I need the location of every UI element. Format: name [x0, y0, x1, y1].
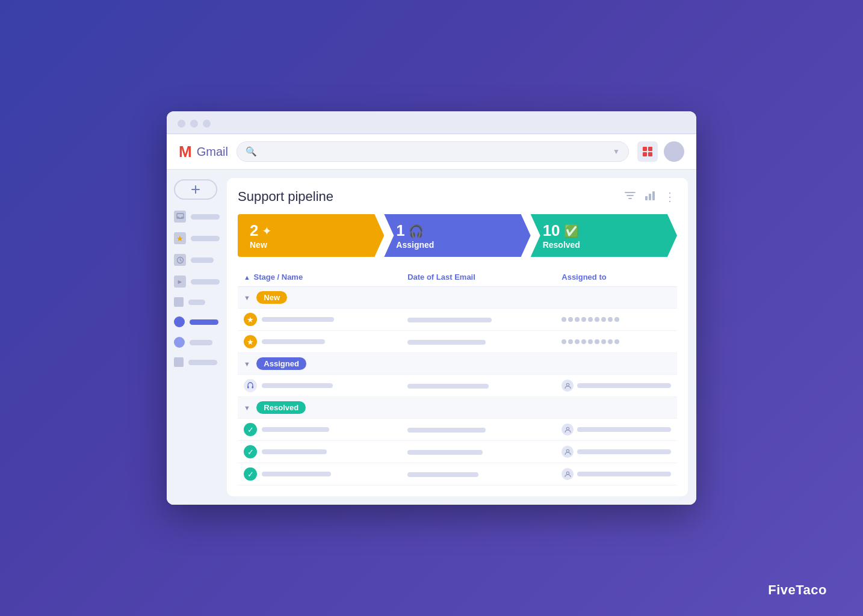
sidebar-item-other[interactable]: [174, 356, 217, 368]
chevron-assigned-icon: ▼: [244, 360, 250, 368]
table-row-assigned[interactable]: [238, 375, 677, 397]
pipeline-header: Support pipeline: [238, 189, 677, 205]
svg-rect-15: [652, 191, 655, 200]
stage-new[interactable]: 2 ✦ New: [238, 214, 384, 257]
row-name-bar-r2: [262, 449, 327, 454]
window-dot-yellow: [190, 120, 198, 128]
assigned-name-bar-r2: [577, 449, 671, 454]
assigned-cell-r3: [561, 468, 671, 480]
stage-assigned-info: 1 🎧 Assigned: [396, 221, 434, 250]
dot-6: [595, 339, 599, 344]
compose-plus-icon: [190, 184, 201, 195]
compose-button[interactable]: [174, 179, 217, 200]
user-icon-r3: [561, 468, 574, 480]
sidebar-item-active2-label: [190, 340, 212, 345]
user-icon: [561, 380, 574, 392]
sidebar-item-sent[interactable]: ►: [174, 274, 220, 289]
stage-resolved-icon: ✅: [564, 224, 579, 238]
row-cell-date-r2: [401, 441, 555, 463]
row-cell-date2: [401, 331, 555, 353]
sidebar-item-drafts[interactable]: [174, 296, 205, 308]
col-stage-name-label: Stage / Name: [254, 273, 303, 282]
table-row[interactable]: ★: [238, 331, 677, 353]
svg-rect-3: [648, 152, 652, 156]
row-cell-user-r3: [555, 463, 677, 485]
avatar[interactable]: [664, 141, 684, 162]
row-date-bar-r3: [407, 472, 478, 477]
col-date-last-email: Date of Last Email: [401, 268, 555, 287]
inbox-icon: [174, 211, 186, 223]
more-icon[interactable]: ⋮: [664, 189, 677, 204]
chevron-new-icon: ▼: [244, 294, 250, 301]
chart-icon[interactable]: [645, 190, 655, 204]
pipeline-title: Support pipeline: [238, 189, 333, 205]
row-cell-stage2: ★: [238, 331, 401, 353]
col-assigned-label: Assigned to: [561, 273, 606, 282]
svg-point-18: [566, 383, 569, 386]
sidebar-item-starred-label: [191, 236, 220, 241]
chevron-resolved-icon: ▼: [244, 404, 250, 411]
grid-icon: [642, 146, 653, 157]
pipeline-area: Support pipeline: [227, 178, 688, 496]
dot-6: [595, 317, 599, 322]
row-date-bar: [407, 318, 492, 322]
dot-group-2: [561, 339, 671, 344]
svg-rect-13: [645, 196, 648, 200]
search-icon: 🔍: [246, 146, 257, 157]
other-icon: [174, 357, 184, 367]
title-bar: [167, 111, 696, 134]
row-cell-date-r1: [401, 419, 555, 441]
grid-icon-button[interactable]: [637, 141, 658, 162]
clock-icon: [174, 254, 186, 266]
dot-3: [575, 317, 580, 322]
sidebar-item-snoozed[interactable]: [174, 253, 214, 267]
table-row-resolved-1[interactable]: ✓: [238, 419, 677, 441]
group-row-new[interactable]: ▼ New: [238, 287, 677, 309]
stage-assigned[interactable]: 1 🎧 Assigned: [384, 214, 530, 257]
sidebar-item-sent-label: [191, 279, 220, 285]
row-name-bar-2: [262, 339, 325, 344]
col-stage-name[interactable]: ▲ Stage / Name: [238, 268, 401, 287]
gmail-app-name: Gmail: [197, 145, 228, 159]
sidebar-item-starred[interactable]: ★: [174, 231, 220, 245]
row-date-bar-2: [407, 340, 486, 345]
row-cell-stage: ★: [238, 309, 401, 331]
stage-assigned-label: Assigned: [396, 240, 434, 250]
header-icons: [637, 141, 684, 162]
table-row[interactable]: ★: [238, 309, 677, 331]
sidebar: ★ ►: [167, 170, 227, 505]
dot-1: [561, 339, 566, 344]
dot-8: [608, 317, 613, 322]
gmail-m-letter: M: [179, 144, 192, 159]
row-name-bar-r1: [262, 427, 329, 432]
sidebar-item-active2[interactable]: [174, 336, 212, 349]
col-date-label: Date of Last Email: [407, 273, 475, 282]
table-row-resolved-3[interactable]: ✓: [238, 463, 677, 485]
group-row-assigned[interactable]: ▼ Assigned: [238, 353, 677, 375]
check-row-icon-2: ✓: [244, 445, 257, 458]
stage-new-icon: ✦: [262, 224, 272, 238]
sidebar-item-active1[interactable]: [174, 315, 218, 328]
stage-resolved[interactable]: 10 ✅ Resolved: [531, 214, 677, 257]
star-row-icon-2: ★: [244, 335, 257, 348]
sidebar-item-snoozed-label: [191, 257, 214, 263]
filter-icon[interactable]: [624, 191, 636, 203]
group-cell-resolved: ▼ Resolved: [238, 397, 677, 419]
dot-1: [561, 317, 566, 322]
fivetaco-brand: FiveTaco: [768, 582, 827, 598]
search-dropdown-icon[interactable]: ▼: [613, 147, 620, 156]
stage-new-count-row: 2 ✦: [250, 221, 272, 240]
dot-7: [601, 317, 606, 322]
svg-rect-17: [252, 386, 254, 389]
svg-rect-0: [643, 147, 647, 151]
assigned-cell: [561, 380, 671, 392]
sidebar-item-inbox[interactable]: [174, 209, 220, 224]
svg-rect-1: [648, 147, 652, 151]
dot-4: [581, 339, 586, 344]
svg-point-19: [566, 427, 569, 430]
table-row-resolved-2[interactable]: ✓: [238, 441, 677, 463]
row-cell-stage-resolved3: ✓: [238, 463, 401, 485]
search-bar[interactable]: 🔍 ▼: [237, 141, 629, 162]
group-row-resolved[interactable]: ▼ Resolved: [238, 397, 677, 419]
svg-line-9: [180, 260, 181, 261]
